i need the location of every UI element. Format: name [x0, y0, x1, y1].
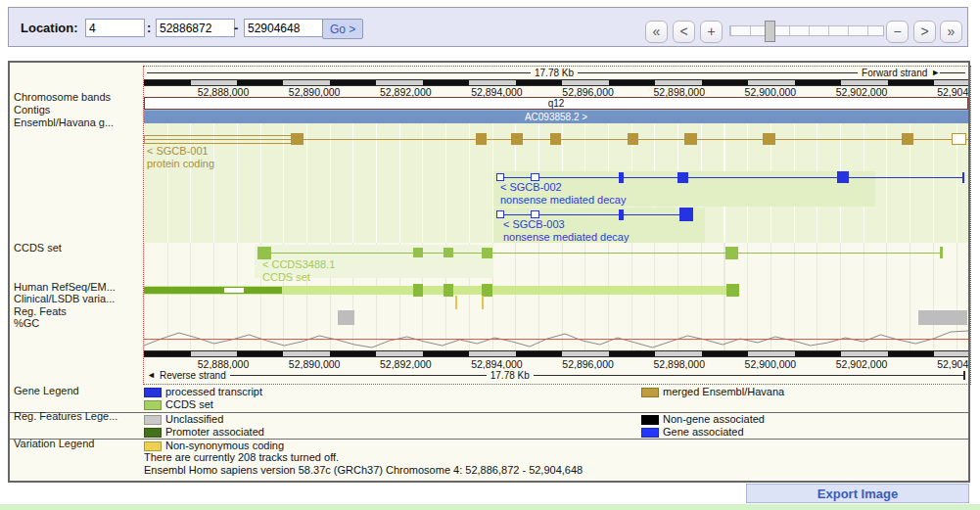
legend-label: Unclassified: [165, 413, 223, 425]
refseq-exon-box[interactable]: [443, 284, 453, 297]
track-label-human-refseq-em-: Human RefSeq/EM...: [14, 281, 116, 293]
legend-swatch-ccds-set: [144, 400, 162, 410]
start-input[interactable]: [156, 19, 235, 37]
exon-box[interactable]: [677, 172, 688, 183]
legend-swatch-gene-associated: [641, 428, 659, 438]
regulatory-feature-box[interactable]: [338, 310, 354, 325]
legend-label: CCDS set: [165, 398, 213, 410]
legend-label: Non-gene associated: [663, 413, 765, 425]
track-label-ensembl-havana-g-: Ensembl/Havana g...: [14, 116, 114, 128]
exon-box[interactable]: [413, 248, 423, 257]
exon-box[interactable]: [679, 208, 693, 221]
exon-box[interactable]: [482, 248, 492, 258]
version-note: Ensembl Homo sapiens version 58.37c (GRC…: [144, 464, 583, 476]
pan-far-right-button[interactable]: »: [940, 21, 962, 43]
transcript-line: [497, 214, 692, 215]
zoom-slider-track[interactable]: [729, 25, 884, 36]
refseq-dark-bar: [144, 287, 282, 294]
zoom-in-button[interactable]: +: [700, 21, 723, 43]
track-label--gc: %GC: [14, 317, 39, 329]
exon-box[interactable]: [902, 133, 913, 145]
exon-box[interactable]: [619, 172, 624, 183]
variation-tick[interactable]: [455, 296, 457, 309]
zoom-out-button[interactable]: −: [886, 21, 909, 43]
end-input[interactable]: [244, 19, 323, 37]
chromosome-input[interactable]: [85, 19, 145, 37]
legend-label: Gene associated: [663, 426, 744, 438]
track-label-chromosome-bands: Chromosome bands: [14, 91, 111, 103]
exon-box-open[interactable]: [531, 210, 539, 218]
legend-label: processed transcript: [165, 386, 262, 397]
track-label-gene-legend: Gene Legend: [14, 385, 79, 396]
exon-box-open[interactable]: [496, 210, 504, 218]
legend-label: merged Ensembl/Havana: [663, 386, 784, 397]
refseq-exon-box[interactable]: [726, 284, 739, 297]
refseq-exon-box[interactable]: [413, 284, 423, 297]
go-button[interactable]: Go >: [322, 19, 363, 39]
pan-left-button[interactable]: <: [673, 21, 695, 43]
exon-box[interactable]: [476, 133, 487, 145]
legend-swatch-non-synonymous-coding: [144, 441, 162, 451]
transcript-label[interactable]: < SGCB-002: [500, 181, 562, 193]
exon-box[interactable]: [725, 247, 738, 259]
legend-swatch-processed-transcript: [144, 388, 162, 397]
legend-swatch-unclassified: [144, 415, 162, 425]
transcript-line: [259, 253, 942, 254]
track-label-variation-legend: Variation Legend: [14, 438, 94, 449]
export-image-button[interactable]: Export Image: [746, 484, 969, 503]
tracks-off-note: There are currently 208 tracks turned of…: [144, 451, 339, 463]
exon-box[interactable]: [962, 172, 964, 183]
pan-far-left-button[interactable]: «: [645, 21, 668, 43]
exon-box[interactable]: [763, 133, 775, 145]
transcript-biotype-label: nonsense mediated decay: [500, 194, 626, 206]
zoom-slider-handle[interactable]: [765, 21, 775, 42]
variation-tick[interactable]: [482, 296, 484, 309]
page-bottom-stripe: [0, 504, 980, 510]
legend-swatch-non-gene-associated: [641, 415, 659, 425]
regulatory-feature-box[interactable]: [918, 310, 967, 325]
transcript-biotype-label: nonsense mediated decay: [503, 231, 629, 243]
utr-rect[interactable]: [144, 135, 294, 144]
page: Location: : - Go > « < + − > » 17.78 Kb …: [0, 0, 980, 510]
exon-box[interactable]: [940, 247, 943, 258]
legend-swatch-merged-ensembl-havana: [641, 388, 659, 397]
transcript-label[interactable]: < CCDS3488.1: [262, 258, 335, 270]
transcript-line: [497, 177, 964, 178]
track-label-reg-features-lege-: Reg. Features Lege...: [14, 410, 117, 422]
pan-right-button[interactable]: >: [913, 21, 936, 43]
location-label: Location:: [21, 21, 78, 35]
legend-separator: [10, 439, 968, 440]
legend-swatch-promoter-associated: [144, 428, 162, 438]
exon-box[interactable]: [628, 133, 638, 145]
transcript-biotype-label: protein coding: [147, 158, 214, 169]
exon-box-open[interactable]: [496, 173, 504, 181]
exon-box[interactable]: [511, 133, 523, 145]
location-dash: -: [234, 21, 238, 35]
location-colon: :: [147, 21, 151, 35]
exon-box[interactable]: [291, 133, 303, 145]
track-label-contigs: Contigs: [14, 104, 50, 116]
location-toolbar: Location: : - Go > « < + − > »: [8, 7, 968, 47]
exon-box[interactable]: [684, 133, 697, 145]
exon-box[interactable]: [619, 209, 624, 220]
exon-box[interactable]: [550, 133, 561, 145]
legend-label: Promoter associated: [165, 426, 264, 438]
track-label-clinical-lsdb-varia-: Clinical/LSDB varia...: [14, 293, 115, 304]
exon-box-open[interactable]: [952, 133, 966, 145]
legend-label: Non-synonymous coding: [165, 440, 284, 451]
refseq-gap: [224, 288, 244, 293]
transcript-label[interactable]: < SGCB-001: [147, 145, 209, 157]
exon-box[interactable]: [443, 248, 453, 257]
transcript-label[interactable]: < SGCB-003: [503, 218, 565, 230]
exon-box-open[interactable]: [531, 173, 539, 181]
exon-box[interactable]: [837, 171, 849, 183]
track-label-ccds-set: CCDS set: [14, 242, 62, 254]
transcript-biotype-label: CCDS set: [262, 271, 310, 283]
track-label-reg-feats: Reg. Feats: [14, 305, 67, 317]
legend-separator: [10, 412, 968, 413]
